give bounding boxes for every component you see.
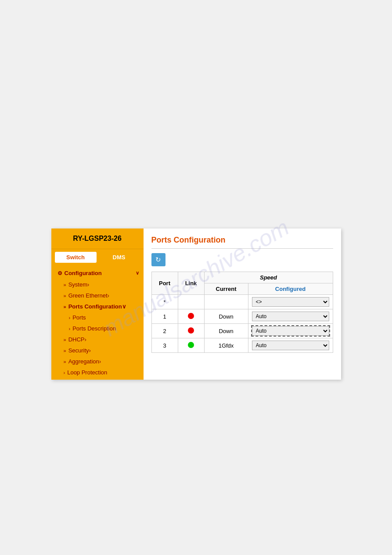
dhcp-label: DHCP (68, 336, 85, 343)
tab-dms[interactable]: DMS (98, 252, 140, 263)
green-ethernet-bullet: » (64, 293, 66, 298)
cell-port-1: 1 (151, 309, 178, 324)
security-label: Security (68, 347, 89, 354)
sidebar-item-loop-protection[interactable]: › Loop Protection (51, 367, 144, 378)
system-bullet: » (64, 282, 66, 287)
refresh-button[interactable]: ↻ (151, 253, 165, 266)
cell-current-3: 1Gfdx (204, 338, 248, 353)
ports-desc-bullet: › (69, 326, 71, 331)
gear-icon: ⚙ (58, 270, 62, 276)
cell-link-1 (178, 309, 204, 324)
cell-link-3 (178, 338, 204, 353)
table-row: 1Down<>Auto10HDX10FDX100HDX100FDX1GFDX (151, 309, 333, 324)
refresh-icon: ↻ (155, 256, 161, 264)
app-container: RY-LGSP23-26 Switch DMS ⚙ Configuration … (51, 229, 341, 380)
system-arrow: › (87, 281, 89, 288)
security-arrow: › (89, 347, 91, 354)
cell-link-0 (178, 295, 204, 309)
sidebar-item-green-ethernet[interactable]: » Green Ethernet › (51, 290, 144, 301)
green-ethernet-label: Green Ethernet (68, 292, 108, 299)
cell-port-0: * (151, 295, 178, 309)
cell-configured-2: <>Auto10HDX10FDX100HDX100FDX1GFDX (248, 324, 333, 338)
col-header-speed: Speed (204, 272, 333, 283)
ports-config-table: Port Link Speed Current Configured *<>Au… (151, 272, 333, 353)
speed-select-2[interactable]: <>Auto10HDX10FDX100HDX100FDX1GFDX (252, 326, 329, 336)
ports-bullet: › (69, 315, 71, 320)
sidebar: RY-LGSP23-26 Switch DMS ⚙ Configuration … (51, 229, 144, 380)
aggregation-label: Aggregation (68, 358, 99, 365)
loop-protection-label: Loop Protection (67, 369, 107, 376)
col-header-configured: Configured (248, 283, 333, 295)
table-row: *<>Auto10HDX10FDX100HDX100FDX1GFDX (151, 295, 333, 309)
cell-configured-3: <>Auto10HDX10FDX100HDX100FDX1GFDX (248, 338, 333, 353)
sidebar-item-dhcp[interactable]: » DHCP › (51, 334, 144, 345)
sidebar-item-aggregation[interactable]: » Aggregation › (51, 356, 144, 367)
dhcp-arrow: › (84, 336, 86, 343)
sidebar-item-security[interactable]: » Security › (51, 345, 144, 356)
page-title: Ports Configuration (151, 236, 333, 249)
aggregation-bullet: » (64, 359, 66, 364)
ports-label: Ports (72, 314, 86, 321)
green-ethernet-arrow: › (108, 292, 109, 299)
ports-config-bullet: » (64, 304, 66, 309)
cell-configured-0: <>Auto10HDX10FDX100HDX100FDX1GFDX (248, 295, 333, 309)
link-indicator-green (188, 342, 194, 348)
sidebar-item-ports[interactable]: › Ports (51, 312, 144, 323)
speed-select-0[interactable]: <>Auto10HDX10FDX100HDX100FDX1GFDX (252, 297, 329, 307)
main-content: Ports Configuration ↻ Port Link Speed Cu… (144, 229, 341, 380)
sidebar-item-system[interactable]: » System › (51, 279, 144, 290)
ports-config-arrow: ∨ (122, 303, 126, 310)
dhcp-bullet: » (64, 337, 66, 342)
table-row: 31Gfdx<>Auto10HDX10FDX100HDX100FDX1GFDX (151, 338, 333, 353)
security-bullet: » (64, 348, 66, 353)
aggregation-arrow: › (99, 358, 101, 365)
speed-select-3[interactable]: <>Auto10HDX10FDX100HDX100FDX1GFDX (252, 341, 329, 350)
col-header-link: Link (178, 272, 204, 295)
cell-configured-1: <>Auto10HDX10FDX100HDX100FDX1GFDX (248, 309, 333, 324)
ports-description-label: Ports Description (72, 325, 116, 332)
table-row: 2Down<>Auto10HDX10FDX100HDX100FDX1GFDX (151, 324, 333, 338)
nav-section: ⚙ Configuration ∨ » System › » Green Eth… (51, 265, 144, 380)
col-header-port: Port (151, 272, 178, 295)
sidebar-item-ports-configuration[interactable]: » Ports Configuration ∨ (51, 301, 144, 312)
cell-current-2: Down (204, 324, 248, 338)
sidebar-item-configuration[interactable]: ⚙ Configuration ∨ (51, 267, 144, 279)
speed-select-1[interactable]: <>Auto10HDX10FDX100HDX100FDX1GFDX (252, 312, 329, 321)
configuration-arrow: ∨ (136, 270, 139, 276)
cell-port-2: 2 (151, 324, 178, 338)
ports-configuration-label: Ports Configuration (68, 303, 122, 310)
brand-label: RY-LGSP23-26 (51, 229, 144, 249)
cell-current-0 (204, 295, 248, 309)
loop-bullet: › (64, 370, 65, 375)
col-header-current: Current (204, 283, 248, 295)
cell-current-1: Down (204, 309, 248, 324)
configuration-label: Configuration (65, 270, 102, 276)
tab-switch[interactable]: Switch (55, 252, 97, 263)
tab-bar: Switch DMS (51, 249, 144, 265)
cell-link-2 (178, 324, 204, 338)
system-label: System (68, 281, 87, 288)
link-indicator-red (188, 313, 194, 319)
link-indicator-red (188, 327, 194, 334)
cell-port-3: 3 (151, 338, 178, 353)
sidebar-item-ports-description[interactable]: › Ports Description (51, 323, 144, 334)
